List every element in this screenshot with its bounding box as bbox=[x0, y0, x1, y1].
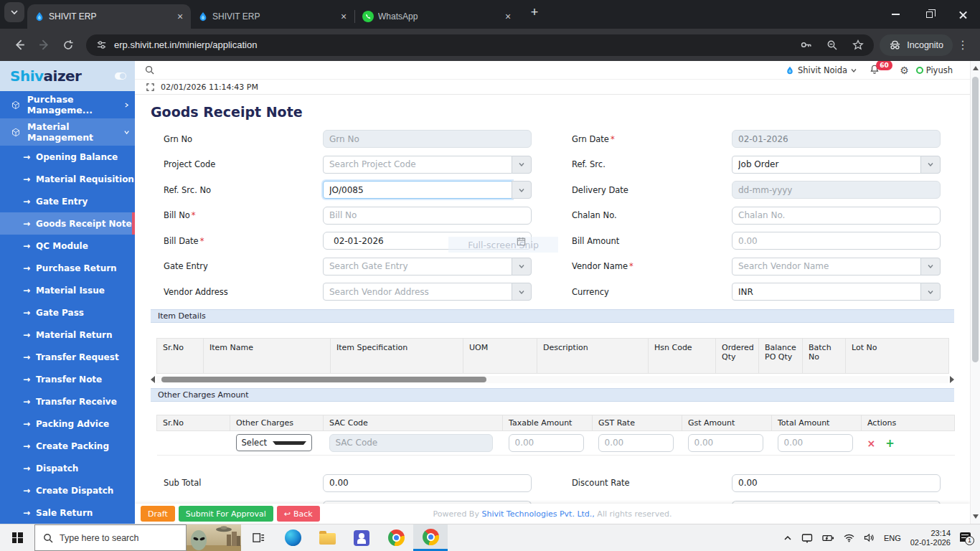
sidebar-item-packing-advice[interactable]: →Packing Advice bbox=[0, 413, 135, 435]
back-button[interactable]: ↩Back bbox=[277, 506, 320, 522]
project-code-dropdown-button[interactable] bbox=[512, 156, 532, 174]
tab-close-icon[interactable]: × bbox=[174, 10, 187, 23]
search-icon[interactable] bbox=[145, 65, 154, 75]
password-key-icon[interactable] bbox=[800, 39, 812, 51]
company-link[interactable]: Shivit Technologies Pvt. Ltd., bbox=[481, 509, 594, 519]
sidebar-item-transfer-request[interactable]: →Transfer Request bbox=[0, 346, 135, 368]
action-center-button[interactable]: 1 bbox=[960, 531, 974, 545]
taskbar-chrome-active[interactable] bbox=[413, 524, 448, 551]
bill-amount-input[interactable] bbox=[732, 232, 941, 250]
url-bar[interactable]: erp.shivit.net.in/minierp/application bbox=[86, 34, 874, 56]
sidebar-item-material-issue[interactable]: →Material Issue bbox=[0, 279, 135, 301]
sidebar-item-purchase-management[interactable]: Purchase Manageme... bbox=[0, 91, 135, 118]
other-charges-select[interactable]: Select Other C bbox=[236, 434, 312, 451]
submit-for-approval-button[interactable]: Submit For Approval bbox=[179, 506, 273, 522]
currency-input[interactable] bbox=[732, 283, 921, 301]
taskbar-edge[interactable] bbox=[275, 524, 310, 551]
grn-date-input[interactable] bbox=[732, 130, 941, 148]
bookmark-star-icon[interactable] bbox=[852, 39, 864, 51]
notifications-button[interactable]: 60 bbox=[870, 64, 880, 77]
tray-chevron-up-icon[interactable] bbox=[783, 534, 792, 542]
sub-total-input[interactable] bbox=[323, 474, 532, 492]
sidebar-item-create-dispatch[interactable]: →Create Dispatch bbox=[0, 479, 135, 501]
taskbar-clock[interactable]: 23:14 02-01-2026 bbox=[910, 529, 951, 547]
currency-dropdown-button[interactable] bbox=[920, 283, 941, 301]
back-icon[interactable] bbox=[7, 33, 32, 57]
grn-no-input[interactable] bbox=[323, 130, 532, 148]
wifi-icon[interactable] bbox=[844, 534, 854, 542]
total-amount-input[interactable] bbox=[778, 434, 853, 452]
horizontal-scrollbar[interactable] bbox=[151, 375, 954, 384]
vendor-name-input[interactable] bbox=[732, 258, 921, 276]
forward-icon[interactable] bbox=[32, 33, 56, 57]
gate-entry-dropdown-button[interactable] bbox=[512, 258, 532, 276]
reload-icon[interactable] bbox=[56, 33, 80, 57]
tab-close-icon[interactable]: × bbox=[337, 10, 350, 23]
vendor-name-dropdown-button[interactable] bbox=[920, 258, 941, 276]
sidebar-item-sale-return[interactable]: →Sale Return bbox=[0, 501, 135, 524]
taskbar-search[interactable]: Type here to search bbox=[34, 524, 187, 551]
task-view-button[interactable] bbox=[241, 524, 275, 551]
sidebar-item-dispatch[interactable]: →Dispatch bbox=[0, 457, 135, 479]
browser-tab-whatsapp[interactable]: WhatsApp × bbox=[355, 4, 519, 29]
ref-src-input[interactable] bbox=[732, 156, 921, 174]
scrollbar-thumb[interactable] bbox=[161, 377, 486, 382]
gst-amount-input[interactable] bbox=[688, 434, 763, 452]
browser-tab-shivit-erp-1[interactable]: SHIVIT ERP × bbox=[27, 4, 191, 29]
close-window-button[interactable] bbox=[946, 0, 980, 29]
org-selector[interactable]: Shivit Noida bbox=[786, 65, 857, 75]
search-highlight-artwork[interactable] bbox=[187, 524, 241, 551]
add-row-icon[interactable]: + bbox=[885, 437, 895, 450]
sidebar-toggle-icon[interactable] bbox=[115, 72, 126, 80]
sidebar-item-qc-module[interactable]: →QC Module bbox=[0, 235, 135, 257]
scroll-up-icon[interactable] bbox=[973, 66, 979, 70]
settings-gear-icon[interactable]: ⚙ bbox=[900, 65, 909, 76]
sidebar-item-transfer-note[interactable]: →Transfer Note bbox=[0, 368, 135, 390]
ref-src-no-dropdown-button[interactable] bbox=[512, 181, 532, 199]
gst-rate-input[interactable] bbox=[598, 434, 674, 452]
taskbar-chrome[interactable] bbox=[379, 524, 413, 551]
restore-button[interactable] bbox=[913, 0, 946, 29]
user-menu[interactable]: Piyush bbox=[916, 65, 953, 75]
taxable-amount-input[interactable] bbox=[509, 434, 584, 452]
sidebar-item-create-packing[interactable]: →Create Packing bbox=[0, 435, 135, 457]
zoom-icon[interactable] bbox=[826, 39, 838, 51]
discount-rate-input[interactable] bbox=[732, 474, 941, 492]
new-tab-button[interactable]: + bbox=[524, 2, 545, 22]
project-code-input[interactable] bbox=[323, 156, 512, 174]
vertical-scrollbar[interactable] bbox=[970, 61, 980, 524]
scroll-right-icon[interactable] bbox=[950, 376, 954, 383]
ref-src-no-input[interactable] bbox=[323, 181, 512, 199]
site-settings-icon[interactable] bbox=[96, 39, 107, 50]
sidebar-item-material-return[interactable]: →Material Return bbox=[0, 324, 135, 346]
scroll-down-icon[interactable] bbox=[973, 514, 979, 519]
taskbar-file-explorer[interactable] bbox=[310, 524, 344, 551]
scroll-left-icon[interactable] bbox=[151, 376, 155, 383]
sidebar-item-opening-balance[interactable]: →Opening Balance bbox=[0, 146, 135, 168]
ref-src-dropdown-button[interactable] bbox=[920, 156, 941, 174]
start-button[interactable] bbox=[0, 524, 34, 551]
sidebar-item-material-requisition[interactable]: →Material Requisition bbox=[0, 168, 135, 190]
sidebar-item-transfer-receive[interactable]: →Transfer Receive bbox=[0, 390, 135, 413]
minimize-button[interactable] bbox=[879, 0, 913, 29]
volume-icon[interactable] bbox=[864, 533, 875, 542]
sidebar-item-gate-pass[interactable]: →Gate Pass bbox=[0, 301, 135, 324]
delivery-date-input[interactable] bbox=[732, 181, 941, 199]
remove-row-icon[interactable]: × bbox=[867, 438, 876, 449]
sidebar-item-goods-receipt-note[interactable]: →Goods Receipt Note bbox=[0, 212, 135, 235]
bill-no-input[interactable] bbox=[323, 207, 532, 225]
vendor-address-input[interactable] bbox=[323, 283, 512, 301]
sidebar-item-material-management[interactable]: Material Management bbox=[0, 118, 135, 146]
sidebar-item-purchase-return[interactable]: →Purchase Return bbox=[0, 257, 135, 279]
cast-icon[interactable] bbox=[801, 533, 813, 543]
browser-tab-shivit-erp-2[interactable]: SHIVIT ERP × bbox=[191, 4, 354, 29]
battery-icon[interactable] bbox=[822, 534, 834, 542]
draft-button[interactable]: Draft bbox=[141, 506, 175, 522]
menu-icon[interactable]: ⋮ bbox=[953, 38, 973, 52]
gate-entry-input[interactable] bbox=[323, 258, 512, 276]
tab-close-icon[interactable]: × bbox=[501, 10, 514, 23]
sac-code-input[interactable] bbox=[329, 434, 493, 452]
scrollbar-thumb[interactable] bbox=[972, 77, 979, 362]
fullscreen-icon[interactable] bbox=[146, 83, 154, 91]
language-indicator[interactable]: ENG bbox=[884, 534, 901, 542]
